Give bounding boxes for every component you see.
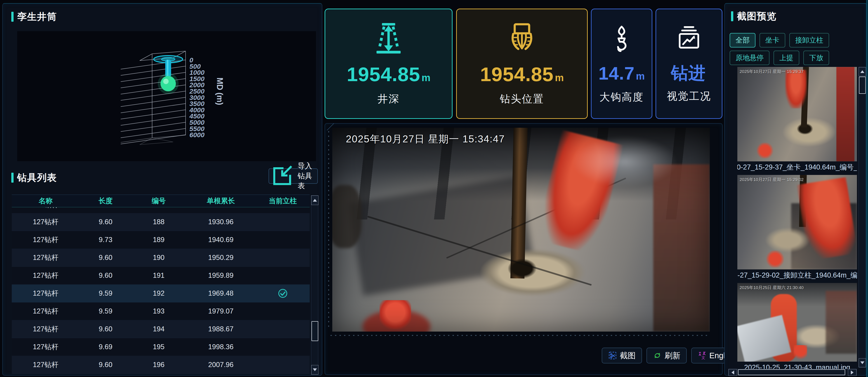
wireframe-rungs xyxy=(121,60,186,144)
thumbnail-list: 2025年10月27日 星期一 15:29:3710-27_15-29-37_坐… xyxy=(737,67,857,375)
column-header: 长度 xyxy=(80,196,131,206)
scrollbar-thumb[interactable] xyxy=(311,321,318,341)
refresh-button-label: 刷新 xyxy=(664,350,680,361)
filter-button-原地悬停[interactable]: 原地悬停 xyxy=(730,51,770,65)
table-cell: 1998.36 xyxy=(186,343,256,351)
bit-position-label: 钻头位置 xyxy=(500,92,544,106)
window-edge-decoration xyxy=(866,0,868,377)
wellbore-pipe xyxy=(154,56,183,94)
table-cell: 9.59 xyxy=(80,307,131,315)
drill-table-row: 127钻杆9.601871921.36 xyxy=(12,207,310,213)
table-cell: 9.69 xyxy=(80,343,131,351)
screenshot-button-label: 截图 xyxy=(620,350,636,361)
visual-condition-value: 钻进 xyxy=(671,64,707,82)
stat-card-hook-height: 14.7m 大钩高度 xyxy=(591,8,652,119)
import-drill-table-button[interactable]: 导入钻具表 xyxy=(269,168,318,184)
drill-table-row: 127钻杆9.601911959.89 xyxy=(12,267,310,285)
column-header: 当前立柱 xyxy=(256,196,310,206)
table-cell: 9.73 xyxy=(80,236,131,244)
table-cell: 9.60 xyxy=(80,272,131,280)
import-icon xyxy=(269,163,296,189)
well-depth-derrick-icon xyxy=(370,20,407,59)
dotted-edge-bottom xyxy=(331,335,710,336)
table-cell: 9.60 xyxy=(80,254,131,262)
drill-table-row: 127钻杆9.691951998.36 xyxy=(12,338,310,356)
table-cell: 127钻杆 xyxy=(12,207,80,210)
scroll-left-button[interactable] xyxy=(728,369,737,376)
table-cell: 127钻杆 xyxy=(12,253,80,262)
live-video-feed xyxy=(332,128,710,332)
table-cell: 189 xyxy=(131,236,186,244)
thumbnail-caption: 10-27_15-29-02_接卸立柱_1940.64m_编号 xyxy=(737,270,857,280)
filter-button-上提[interactable]: 上提 xyxy=(774,51,799,65)
table-cell: 9.60 xyxy=(80,207,131,209)
stat-card-bit-position: 1954.85m 钻头位置 xyxy=(456,8,588,119)
panel-title: 孪生井筒 xyxy=(17,10,57,23)
filter-button-下放[interactable]: 下放 xyxy=(803,51,829,65)
arrow-up-icon xyxy=(313,199,317,201)
stat-card-visual-condition: 钻进 视觉工况 xyxy=(655,8,722,119)
panel-title: 截图预览 xyxy=(737,10,777,23)
table-cell: 9.60 xyxy=(80,325,131,333)
scrollbar-thumb[interactable] xyxy=(859,76,866,94)
drilling-dashboard: 孪生井筒 05001000150020002500300035004000450… xyxy=(0,0,868,377)
screenshot-thumbnail[interactable]: 2025年10月25日 星期六 21:30:402025-10-25_21-30… xyxy=(737,283,857,373)
accent-bar xyxy=(11,12,13,22)
arrow-up-icon xyxy=(860,70,864,73)
md-tick-label: 6000 xyxy=(189,131,205,138)
vision-monitor-icon xyxy=(674,20,704,59)
filter-button-坐卡[interactable]: 坐卡 xyxy=(760,33,785,48)
hook-icon xyxy=(607,20,636,59)
svg-text:文: 文 xyxy=(702,355,705,360)
table-cell: 127钻杆 xyxy=(12,271,80,280)
drill-table-row: 127钻杆9.591931979.07 xyxy=(12,303,310,320)
wellbore-3d-svg: 0500100015002000250030003500400045005000… xyxy=(17,31,316,161)
drill-table-row: 127钻杆9.591921969.48 xyxy=(12,285,310,303)
table-cell: 1969.48 xyxy=(186,289,256,297)
preview-filter-group: 全部坐卡接卸立柱原地悬停上提下放 xyxy=(730,33,865,65)
thumbnail-image: 2025年10月25日 星期六 21:30:40 xyxy=(737,283,857,362)
screenshot-thumbnail[interactable]: 2025年10月27日 星期一 15:29:0210-27_15-29-02_接… xyxy=(737,175,857,280)
table-cell: 193 xyxy=(131,307,186,315)
screenshot-icon xyxy=(608,351,617,360)
visual-condition-label: 视觉工况 xyxy=(667,89,711,103)
preview-scrollbar-vertical[interactable] xyxy=(859,67,866,368)
refresh-button[interactable]: 刷新 xyxy=(647,348,687,364)
thumbnail-timestamp-overlay: 2025年10月27日 星期一 15:29:02 xyxy=(740,177,804,183)
table-cell: 188 xyxy=(131,218,186,226)
scroll-right-button[interactable] xyxy=(848,369,857,376)
column-header: 名称 xyxy=(12,196,80,206)
scroll-down-button[interactable] xyxy=(311,365,318,375)
arrow-down-icon xyxy=(313,369,317,371)
preview-scrollbar-horizontal[interactable] xyxy=(728,369,857,376)
dotted-edge-left xyxy=(328,131,329,329)
well-depth-label: 井深 xyxy=(377,92,400,106)
filter-button-接卸立柱[interactable]: 接卸立柱 xyxy=(789,33,829,48)
drill-table-row: 127钻杆9.601962007.96 xyxy=(12,356,310,374)
scroll-down-button[interactable] xyxy=(859,358,866,367)
screenshot-button[interactable]: 截图 xyxy=(602,348,642,364)
table-cell: 127钻杆 xyxy=(12,289,80,298)
table-cell: 127钻杆 xyxy=(12,324,80,334)
filter-button-全部[interactable]: 全部 xyxy=(730,33,755,48)
table-cell: 9.59 xyxy=(80,289,131,297)
scroll-up-button[interactable] xyxy=(859,67,866,76)
column-header: 单根累长 xyxy=(186,196,256,206)
table-cell: 191 xyxy=(131,272,186,280)
table-scrollbar[interactable] xyxy=(311,195,318,375)
table-cell: 127钻杆 xyxy=(12,235,80,245)
table-cell: 127钻杆 xyxy=(12,342,80,352)
scrollbar-thumb[interactable] xyxy=(738,369,845,375)
thumbnail-timestamp-overlay: 2025年10月25日 星期六 21:30:40 xyxy=(740,285,804,291)
screenshot-thumbnail[interactable]: 2025年10月27日 星期一 15:29:3710-27_15-29-37_坐… xyxy=(737,67,857,172)
thumbnail-image: 2025年10月27日 星期一 15:29:37 xyxy=(737,67,857,161)
current-stand-check-icon xyxy=(278,288,288,299)
scroll-up-button[interactable] xyxy=(311,195,318,205)
well-depth-value: 1954.85m xyxy=(347,64,430,84)
drill-table-row: 127钻杆9.601941988.67 xyxy=(12,320,310,338)
arrow-down-icon xyxy=(860,362,864,364)
bit-position-marker xyxy=(160,76,176,91)
wellbore-3d-view[interactable]: 0500100015002000250030003500400045005000… xyxy=(17,31,316,161)
table-cell: 127钻杆 xyxy=(12,217,80,227)
wellbore-section-title: 孪生井筒 xyxy=(11,10,57,23)
